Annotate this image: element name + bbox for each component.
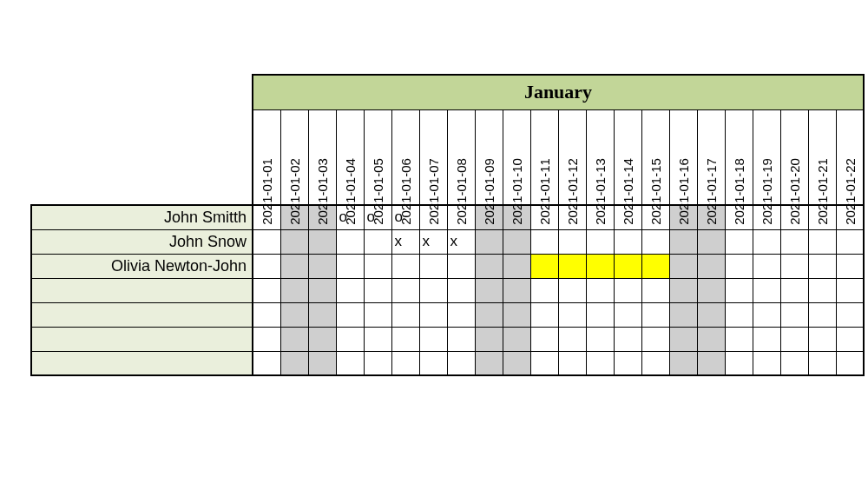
day-cell — [808, 229, 836, 254]
day-cell — [530, 351, 558, 375]
day-cell — [558, 351, 586, 375]
date-header-cell: 2021-01-11 — [530, 109, 558, 205]
day-cell — [780, 351, 808, 375]
day-cell — [530, 229, 558, 254]
date-header-cell: 2021-01-19 — [753, 109, 780, 205]
date-label: 2021-01-22 — [842, 158, 857, 225]
day-cell — [836, 327, 864, 351]
day-cell — [280, 229, 308, 254]
day-cell — [308, 229, 336, 254]
day-cell — [641, 278, 669, 302]
date-header-row: 2021-01-012021-01-022021-01-032021-01-04… — [31, 109, 864, 205]
date-label: 2021-01-05 — [371, 158, 385, 225]
day-cell — [280, 302, 308, 327]
date-label: 2021-01-18 — [732, 158, 746, 225]
day-cell — [530, 327, 558, 351]
day-cell — [753, 254, 780, 278]
day-cell — [753, 351, 780, 375]
day-cell — [586, 254, 614, 278]
day-cell — [669, 351, 697, 375]
name-cell: John Smitth — [31, 205, 253, 229]
date-header-cell: 2021-01-13 — [586, 109, 614, 205]
name-cell — [31, 302, 253, 327]
day-cell — [697, 327, 725, 351]
day-cell — [641, 302, 669, 327]
day-cell — [503, 254, 530, 278]
date-label: 2021-01-21 — [815, 158, 830, 225]
day-cell — [808, 302, 836, 327]
name-cell: Olivia Newton-John — [31, 254, 253, 278]
day-cell — [697, 351, 725, 375]
day-cell — [364, 254, 391, 278]
date-label: 2021-01-06 — [398, 158, 413, 225]
day-cell — [447, 351, 475, 375]
date-header-cell: 2021-01-17 — [697, 109, 725, 205]
day-cell — [586, 278, 614, 302]
day-cell — [641, 229, 669, 254]
day-cell — [753, 302, 780, 327]
name-cell — [31, 278, 253, 302]
day-cell — [530, 278, 558, 302]
day-cell — [419, 302, 447, 327]
day-cell — [336, 351, 364, 375]
day-cell — [364, 327, 391, 351]
day-cell — [558, 229, 586, 254]
date-header-cell: 2021-01-21 — [808, 109, 836, 205]
day-cell — [586, 327, 614, 351]
date-header-cell: 2021-01-14 — [614, 109, 641, 205]
date-header-cell: 2021-01-04 — [336, 109, 364, 205]
day-cell — [753, 278, 780, 302]
day-cell — [614, 302, 641, 327]
date-label: 2021-01-16 — [676, 158, 691, 225]
day-cell — [669, 229, 697, 254]
day-cell — [669, 278, 697, 302]
day-cell — [308, 302, 336, 327]
day-cell — [780, 254, 808, 278]
date-label: 2021-01-15 — [648, 158, 663, 225]
day-cell — [503, 302, 530, 327]
day-cell — [503, 278, 530, 302]
day-cell — [253, 254, 280, 278]
day-cell — [725, 302, 753, 327]
day-cell — [558, 327, 586, 351]
date-header-cell: 2021-01-10 — [503, 109, 530, 205]
day-cell — [447, 327, 475, 351]
date-header-cell: 2021-01-20 — [780, 109, 808, 205]
date-header-cell: 2021-01-02 — [280, 109, 308, 205]
date-label: 2021-01-08 — [454, 158, 469, 225]
day-cell — [836, 229, 864, 254]
day-cell — [641, 254, 669, 278]
table-row — [31, 278, 864, 302]
day-cell — [836, 302, 864, 327]
date-header-cell: 2021-01-15 — [641, 109, 669, 205]
day-cell — [336, 254, 364, 278]
day-cell — [391, 351, 419, 375]
day-cell — [586, 351, 614, 375]
day-cell — [836, 278, 864, 302]
day-cell — [419, 351, 447, 375]
day-cell — [253, 351, 280, 375]
date-header-cell: 2021-01-05 — [364, 109, 391, 205]
name-cell — [31, 351, 253, 375]
day-cell — [753, 327, 780, 351]
day-cell — [669, 302, 697, 327]
day-cell — [336, 278, 364, 302]
day-cell — [280, 351, 308, 375]
day-cell — [308, 327, 336, 351]
day-cell — [475, 327, 503, 351]
day-cell — [308, 254, 336, 278]
table-row: John Snowxxx — [31, 229, 864, 254]
day-cell — [614, 229, 641, 254]
date-label: 2021-01-03 — [315, 158, 330, 225]
day-cell — [253, 229, 280, 254]
date-label: 2021-01-11 — [537, 158, 552, 225]
name-cell — [31, 327, 253, 351]
day-cell — [280, 254, 308, 278]
date-label: 2021-01-09 — [482, 158, 496, 225]
day-cell: x — [391, 229, 419, 254]
day-cell — [558, 302, 586, 327]
day-cell — [808, 254, 836, 278]
table-row — [31, 351, 864, 375]
day-cell — [503, 327, 530, 351]
day-cell — [780, 278, 808, 302]
